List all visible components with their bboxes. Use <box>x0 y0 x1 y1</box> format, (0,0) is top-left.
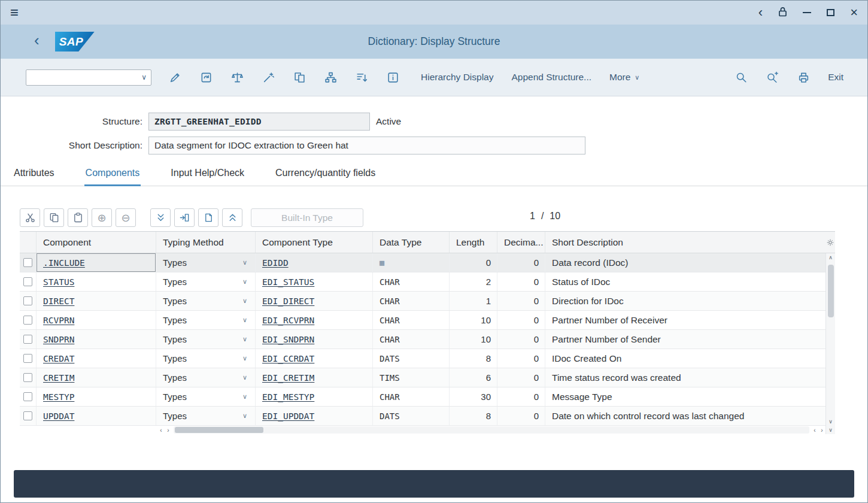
column-header-component[interactable]: Component <box>37 232 156 253</box>
row-select-checkbox[interactable] <box>20 368 37 387</box>
column-header-data-type[interactable]: Data Type <box>373 232 450 253</box>
row-select-checkbox[interactable] <box>20 311 37 329</box>
command-field[interactable]: ∨ <box>26 69 151 86</box>
component-type-link[interactable]: EDIDD <box>262 258 289 268</box>
tab-currency-quantity-fields[interactable]: Currency/quantity fields <box>274 163 377 186</box>
component-link[interactable]: SNDPRN <box>43 335 74 344</box>
row-select-checkbox[interactable] <box>20 292 37 310</box>
component-link[interactable]: MESTYP <box>43 392 74 402</box>
add-row-button[interactable]: ⊕ <box>92 208 112 227</box>
row-select-checkbox[interactable] <box>20 253 37 272</box>
component-type-link[interactable]: EDI_DIRECT <box>262 296 314 306</box>
dropdown-icon[interactable]: ∨ <box>242 335 247 343</box>
tab-input-help-check[interactable]: Input Help/Check <box>169 163 245 186</box>
paste-button[interactable] <box>68 208 88 227</box>
column-header-component-type[interactable]: Component Type <box>256 232 373 253</box>
copy-button[interactable] <box>44 208 64 227</box>
nav-back-icon[interactable]: ‹ <box>758 7 763 19</box>
cut-button[interactable] <box>20 208 40 227</box>
display-change-button[interactable] <box>168 71 181 84</box>
command-input[interactable] <box>26 70 137 85</box>
sort-button[interactable] <box>355 71 368 84</box>
scroll-left-icon[interactable]: ‹ <box>811 427 818 434</box>
scroll-down-icon[interactable]: ∨ <box>828 426 833 434</box>
typing-method-select[interactable]: Types∨ <box>156 330 256 349</box>
component-type-link[interactable]: EDI_RCVPRN <box>262 316 314 325</box>
typing-method-select[interactable]: Types∨ <box>156 311 256 329</box>
typing-method-select[interactable]: Types∨ <box>156 349 256 368</box>
short-description-field[interactable]: Data segment for IDOC extraction to Gree… <box>148 137 585 154</box>
hierarchy-display-button[interactable]: Hierarchy Display <box>421 72 493 83</box>
where-used-button[interactable] <box>293 71 306 84</box>
column-header-decimals[interactable]: Decima... <box>497 232 545 253</box>
row-select-checkbox[interactable] <box>20 407 37 425</box>
tab-attributes[interactable]: Attributes <box>13 163 56 186</box>
typing-method-select[interactable]: Types∨ <box>156 407 256 425</box>
component-link[interactable]: STATUS <box>43 277 74 287</box>
back-button[interactable]: ‹ <box>34 31 40 50</box>
structure-field[interactable]: ZRGTT_GREENHAT_EDIDD <box>148 113 370 131</box>
column-header-typing-method[interactable]: Typing Method <box>156 232 256 253</box>
check-button[interactable] <box>230 71 244 84</box>
scroll-left-icon[interactable]: ‹ <box>157 427 165 434</box>
print-button[interactable] <box>797 71 810 84</box>
expand-all-button[interactable] <box>150 208 171 227</box>
remove-row-button[interactable]: ⊖ <box>116 208 136 227</box>
vertical-scroll-thumb[interactable] <box>828 265 834 317</box>
dropdown-icon[interactable]: ∨ <box>242 297 247 305</box>
delete-row-button[interactable] <box>198 208 218 227</box>
column-header-short-description[interactable]: Short Description <box>545 232 825 253</box>
column-header-length[interactable]: Length <box>450 232 497 253</box>
dropdown-icon[interactable]: ∨ <box>242 374 247 381</box>
refresh-button[interactable] <box>199 71 213 84</box>
maximize-button[interactable] <box>827 9 834 16</box>
search-next-button[interactable] <box>766 71 779 84</box>
collapse-all-button[interactable] <box>222 208 242 227</box>
scroll-up-icon[interactable]: ∧ <box>828 253 833 262</box>
component-type-link[interactable]: EDI_UPDDAT <box>262 411 314 421</box>
activate-button[interactable] <box>262 71 275 84</box>
component-link[interactable]: .INCLUDE <box>43 258 85 268</box>
insert-row-button[interactable] <box>174 208 195 227</box>
more-button[interactable]: More∨ <box>609 72 639 83</box>
typing-method-select[interactable]: Types∨ <box>156 387 256 406</box>
component-link[interactable]: CRETIM <box>43 373 74 383</box>
close-button[interactable]: × <box>850 7 858 19</box>
typing-method-select[interactable]: Types∨ <box>156 368 256 387</box>
table-settings-button[interactable] <box>825 232 835 253</box>
dropdown-icon[interactable]: ∨ <box>242 412 247 420</box>
row-select-checkbox[interactable] <box>20 387 37 406</box>
row-select-checkbox[interactable] <box>20 349 37 368</box>
component-link[interactable]: DIRECT <box>43 296 74 306</box>
row-select-checkbox[interactable] <box>20 272 37 291</box>
info-button[interactable] <box>386 71 399 84</box>
component-type-link[interactable]: EDI_CCRDAT <box>262 354 314 363</box>
component-type-link[interactable]: EDI_CRETIM <box>262 373 314 383</box>
dropdown-icon[interactable]: ∨ <box>242 316 247 324</box>
tab-components[interactable]: Components <box>84 163 141 186</box>
typing-method-select[interactable]: Types∨ <box>156 253 256 272</box>
minimize-button[interactable] <box>803 12 811 13</box>
dropdown-icon[interactable]: ∨ <box>242 278 247 286</box>
component-type-link[interactable]: EDI_SNDPRN <box>262 335 314 344</box>
component-link[interactable]: CREDAT <box>43 354 74 363</box>
object-hierarchy-button[interactable] <box>324 71 337 84</box>
dropdown-icon[interactable]: ∨ <box>242 393 247 401</box>
component-link[interactable]: UPDDAT <box>43 411 74 421</box>
horizontal-scrollbar[interactable]: ‹ › ‹ › <box>20 426 825 434</box>
search-button[interactable] <box>735 71 748 84</box>
scroll-right-icon[interactable]: › <box>818 427 825 434</box>
component-type-link[interactable]: EDI_STATUS <box>262 277 314 287</box>
component-link[interactable]: RCVPRN <box>43 316 74 325</box>
exit-button[interactable]: Exit <box>828 72 843 83</box>
vertical-scrollbar[interactable]: ∧ ∨ ∨ <box>825 253 835 434</box>
horizontal-scroll-thumb[interactable] <box>175 427 263 433</box>
scroll-right-icon[interactable]: › <box>165 427 172 434</box>
menu-icon[interactable]: ≡ <box>10 4 19 21</box>
append-structure-button[interactable]: Append Structure... <box>511 72 591 83</box>
dropdown-icon[interactable]: ∨ <box>242 354 247 362</box>
select-all-column[interactable] <box>20 232 37 253</box>
dropdown-icon[interactable]: ∨ <box>242 259 247 266</box>
scroll-down-icon[interactable]: ∨ <box>828 417 833 426</box>
command-dropdown-icon[interactable]: ∨ <box>137 73 151 81</box>
